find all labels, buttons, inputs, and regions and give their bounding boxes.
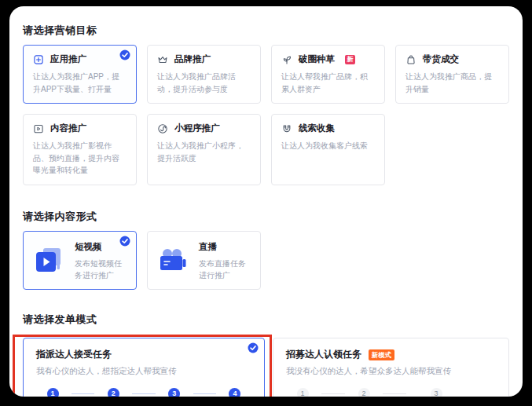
mode-card-grid: 指派达人接受任务 我有心仪的达人，想指定达人帮我宣传 1 选择达人 2 发布任务… [23,338,509,397]
step-number: 2 [358,388,370,397]
format-card-title: 直播 [199,242,217,251]
goal-card-seeding[interactable]: 破圈种草 新 让达人帮我推广品牌，积累人群资产 [271,45,385,104]
step-number: 4 [229,388,240,397]
mode-card-assign-creator[interactable]: 指派达人接受任务 我有心仪的达人，想指定达人帮我宣传 1 选择达人 2 发布任务… [23,338,265,397]
goal-card-desc: 让达人为我推广品牌活动，提升活动参与度 [157,71,251,95]
new-badge: 新 [345,55,355,64]
mode-card-title-text: 招募达人认领任务 [286,349,361,360]
goal-card-title: 品牌推广 [174,53,211,65]
step-number: 1 [297,388,309,397]
step-number: 3 [431,388,442,397]
goal-card-desc: 让达人帮我推广品牌，积累人群资产 [281,71,375,95]
goal-card-title: 线索收集 [299,123,335,134]
goal-card-miniprogram[interactable]: 小程序推广 让达人为我推广小程序，提升活跃度 [147,114,261,185]
step-connector [132,393,155,394]
check-icon [248,342,259,353]
format-card-title: 短视频 [75,242,102,251]
step-item: 2 达人投稿 [347,388,380,397]
mode-card-title: 招募达人认领任务 新模式 [286,348,496,361]
goal-card-content-promotion[interactable]: 内容推广 让达人为我推广影视作品、预约直播，提升内容曝光量和转化量 [23,114,137,185]
heading-marketing-goal: 请选择营销目标 [23,6,509,38]
goal-card-desc: 让达人为我推广商品，提升销量 [405,71,499,95]
wizard-panel: 请选择营销目标 应用推广 让达人为我推广APP，提升APP下载量、打开量 品牌推… [9,6,523,397]
check-icon [119,236,130,247]
mode-card-title: 指派达人接受任务 [36,348,251,361]
goal-card-desc: 让达人为我推广小程序，提升活跃度 [157,140,251,164]
format-card-desc: 发布短视频任务进行推广 [75,258,126,282]
step-item: 3 按推广效果结算 [409,388,464,397]
step-item: 4 支付订单 [218,388,251,397]
heading-content-format: 请选择内容形式 [23,210,509,224]
short-video-icon [34,247,65,273]
step-connector [72,393,94,394]
heading-dispatch-mode: 请选择发单模式 [23,313,509,327]
live-camera-icon [158,247,189,273]
goal-card-title: 小程序推广 [174,123,220,134]
format-card-live[interactable]: 直播 发布直播任务进行推广 [147,231,261,290]
step-connector [321,393,345,394]
goal-card-sales[interactable]: 带货成交 让达人为我推广商品，提升销量 [395,45,509,104]
goal-card-desc: 让达人为我收集客户线索 [281,140,375,152]
goal-card-brand-promotion[interactable]: 品牌推广 让达人为我推广品牌活动，提升活动参与度 [147,45,261,104]
mode-card-recruit-creator[interactable]: 招募达人认领任务 新模式 我没有心仪的达人，希望众多达人能帮我宣传 1 发布任务… [273,338,509,397]
step-connector [193,393,216,394]
goal-card-title: 内容推广 [50,123,86,134]
goal-card-desc: 让达人为我推广影视作品、预约直播，提升内容曝光量和转化量 [33,140,127,177]
play-square-icon [33,123,44,134]
step-number: 2 [108,388,119,397]
crown-icon [157,54,168,65]
step-item: 2 发布任务 [97,388,130,397]
goal-card-app-promotion[interactable]: 应用推广 让达人为我推广APP，提升APP下载量、打开量 [23,45,137,104]
step-item: 3 达人交付 [158,388,191,397]
miniprogram-icon [157,123,168,134]
shopping-bag-icon [405,54,416,65]
mode-card-desc: 我没有心仪的达人，希望众多达人能帮我宣传 [286,366,496,377]
goal-card-title: 破圈种草 [299,53,335,65]
mode-steps: 1 发布任务 2 达人投稿 3 按推广效果结算 [286,388,496,397]
check-icon [119,49,130,60]
format-card-grid: 短视频 发布短视频任务进行推广 直播 发布直播任务进行推广 [23,231,509,290]
mode-card-desc: 我有心仪的达人，想指定达人帮我宣传 [36,366,251,377]
goal-card-title: 带货成交 [423,53,459,65]
format-card-desc: 发布直播任务进行推广 [199,258,250,282]
goal-card-leads[interactable]: 线索收集 让达人为我收集客户线索 [271,114,385,185]
new-mode-badge: 新模式 [369,349,394,360]
goal-card-desc: 让达人为我推广APP，提升APP下载量、打开量 [33,71,127,95]
goal-card-grid: 应用推广 让达人为我推广APP，提升APP下载量、打开量 品牌推广 让达人为我推… [23,45,509,185]
step-item: 1 选择达人 [36,388,69,397]
step-number: 1 [47,388,59,397]
app-square-plus-icon [33,54,44,65]
step-number: 3 [168,388,180,397]
step-connector [383,393,406,394]
step-item: 1 发布任务 [286,388,319,397]
mode-steps: 1 选择达人 2 发布任务 3 达人交付 4 支付订单 [36,388,251,397]
goal-card-title: 应用推广 [50,53,86,65]
format-card-short-video[interactable]: 短视频 发布短视频任务进行推广 [23,231,137,290]
sprout-icon [281,54,292,65]
magnet-icon [281,123,292,134]
